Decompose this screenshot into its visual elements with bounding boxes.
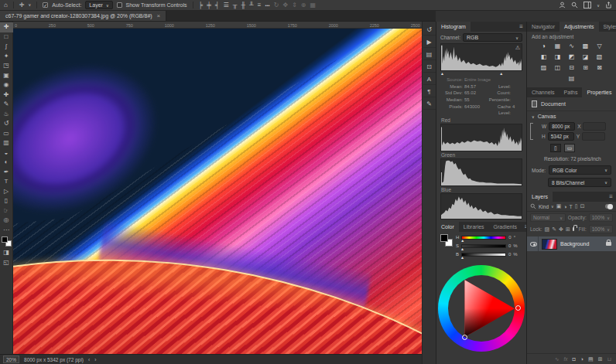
adjustment-brightness-contrast-icon[interactable]: ◑ — [539, 42, 549, 50]
tool-type[interactable]: T — [0, 177, 13, 187]
close-icon[interactable]: × — [157, 12, 161, 19]
delete-layer-icon[interactable]: ⊔ — [607, 356, 611, 362]
tool-object-selection[interactable]: ✦ — [0, 52, 13, 62]
layer-lock-icon[interactable] — [606, 242, 611, 246]
canvas-section-header[interactable]: ∨ Canvas — [527, 111, 616, 121]
tool-history-brush[interactable]: ↺ — [0, 119, 13, 129]
adjustment-selective-color-icon[interactable]: ⊠ — [595, 63, 604, 72]
marker-icon[interactable]: ▲ — [499, 71, 503, 76]
color-swatches[interactable] — [2, 236, 12, 247]
align-left-icon[interactable]: ╞ — [199, 2, 204, 9]
paragraph-panel-icon[interactable]: ¶ — [423, 86, 436, 97]
adjustment-color-balance-icon[interactable]: ◨ — [553, 53, 563, 61]
document-tab[interactable]: c67-79 gamer and creator-1280307384.jpg … — [0, 11, 166, 21]
new-layer-icon[interactable]: ⊞ — [598, 356, 603, 362]
chevron-down-icon[interactable]: ∨ — [29, 3, 32, 7]
search-icon[interactable] — [571, 2, 578, 9]
panel-menu-icon[interactable]: ≡ — [606, 192, 616, 202]
tool-lasso[interactable]: ʃ — [0, 42, 13, 52]
tab-styles[interactable]: Styles — [599, 22, 616, 32]
portrait-orientation-button[interactable]: ▯ — [550, 144, 561, 152]
histogram-markers[interactable]: ▲ ▲ — [440, 71, 522, 76]
clone-source-panel-icon[interactable]: ⊡ — [423, 61, 436, 73]
lock-transparent-icon[interactable]: ▨ — [545, 226, 550, 233]
auto-select-checkbox[interactable]: ✓ — [43, 2, 48, 8]
filter-adjustment-layers-icon[interactable]: ◑ — [563, 204, 566, 209]
adjustment-threshold-icon[interactable]: ⊞ — [581, 63, 590, 72]
tool-crop[interactable]: ◳ — [0, 61, 13, 71]
filter-kind-label[interactable]: Kind — [539, 204, 549, 209]
quick-mask-icon[interactable]: ◨ — [0, 248, 13, 258]
auto-select-dropdown[interactable]: Layer∨ — [85, 1, 112, 9]
panel-menu-icon[interactable]: ≡ — [516, 22, 526, 32]
align-bottom-icon[interactable]: ╨ — [249, 2, 254, 9]
adjustment-exposure-icon[interactable]: ▩ — [581, 42, 590, 50]
move-tool-icon[interactable]: ✛ — [19, 2, 25, 9]
slider-marker-icon[interactable]: ▲ — [460, 255, 464, 260]
align-top-icon[interactable]: ╥ — [233, 2, 238, 9]
add-mask-icon[interactable]: ◘ — [573, 356, 576, 362]
tool-eraser[interactable]: ▭ — [0, 129, 13, 139]
bit-depth-dropdown[interactable]: 8 Bits/Channel∨ — [548, 178, 611, 187]
tool-dodge[interactable]: ◐ — [0, 158, 13, 168]
brightness-slider[interactable]: ▲ — [461, 253, 506, 257]
tab-paths[interactable]: Paths — [560, 87, 583, 97]
lock-artboard-icon[interactable]: ⊞ — [566, 226, 570, 233]
horizontal-ruler[interactable]: 0 250 500 750 1000 1250 1500 1750 2000 2… — [13, 22, 422, 29]
source-value[interactable]: Entire Image — [464, 77, 491, 83]
adjustment-color-lookup-icon[interactable]: ▨ — [539, 63, 549, 72]
adjustment-posterize-icon[interactable]: ⊟ — [567, 63, 577, 72]
tab-channels[interactable]: Channels — [527, 87, 560, 97]
tool-hand[interactable]: ☞ — [0, 206, 13, 216]
share-icon[interactable] — [605, 2, 612, 9]
warning-icon[interactable]: ⚠ — [515, 45, 520, 51]
libraries-panel-icon[interactable]: ▤ — [423, 49, 436, 60]
brightness-value[interactable]: 0 — [508, 252, 511, 257]
status-next-icon[interactable]: › — [94, 357, 96, 362]
tool-blur[interactable]: ◒ — [0, 148, 13, 158]
visibility-toggle[interactable] — [529, 236, 539, 251]
filter-smart-objects-icon[interactable]: ⊡ — [580, 203, 585, 209]
foreground-color-swatch[interactable] — [440, 234, 448, 242]
tab-navigator[interactable]: Navigator — [527, 22, 560, 32]
link-layers-icon[interactable]: ∿ — [555, 356, 560, 362]
mode-dropdown[interactable]: RGB Color∨ — [549, 165, 611, 175]
edit-toolbar-icon[interactable]: ⋯ — [0, 226, 13, 236]
tool-pen[interactable]: ✒ — [0, 168, 13, 178]
filter-type-layers-icon[interactable]: T — [570, 204, 573, 209]
align-center-icon[interactable]: ╪ — [207, 2, 211, 9]
tab-properties[interactable]: Properties — [582, 87, 616, 97]
tab-libraries[interactable]: Libraries — [459, 222, 489, 232]
tab-histogram[interactable]: Histogram — [436, 22, 471, 32]
chevron-down-icon[interactable]: ∨ — [551, 204, 554, 209]
tool-frame[interactable]: ▣ — [0, 71, 13, 81]
adjustment-curves-icon[interactable]: ∿ — [567, 42, 577, 50]
adjustment-vibrance-icon[interactable]: ▽ — [595, 42, 604, 50]
lock-pixels-icon[interactable]: ✎ — [552, 226, 556, 233]
tool-zoom[interactable]: ◎ — [0, 216, 13, 226]
history-panel-icon[interactable]: ↺ — [423, 24, 436, 36]
canvas-image[interactable] — [13, 29, 422, 354]
blend-mode-dropdown[interactable]: Normal∨ — [530, 213, 566, 222]
tool-brush[interactable]: ✎ — [0, 100, 13, 110]
distribute-icon[interactable]: ☰ — [224, 2, 229, 9]
zoom-level-field[interactable]: 20% — [3, 355, 19, 363]
collapse-icon[interactable]: ∨ — [532, 114, 535, 119]
filter-toggle[interactable] — [605, 204, 613, 209]
tool-shape[interactable]: ▯ — [0, 196, 13, 206]
tool-healing-brush[interactable]: ✚ — [0, 90, 13, 100]
adjustment-levels-icon[interactable]: ▦ — [553, 42, 563, 50]
link-dimensions-icon[interactable] — [530, 123, 533, 140]
screen-mode-icon[interactable]: ◱ — [0, 258, 13, 268]
tab-adjustments[interactable]: Adjustments — [560, 22, 599, 32]
layer-row-background[interactable]: Background — [527, 236, 616, 251]
adjustment-invert-icon[interactable]: ◫ — [553, 63, 563, 72]
user-account-icon[interactable] — [559, 2, 566, 9]
show-transform-checkbox[interactable] — [117, 2, 122, 8]
distribute-vertical-icon[interactable]: ≡ — [258, 2, 262, 9]
hue-value[interactable]: 0 — [508, 235, 511, 240]
width-field[interactable]: 8000 px — [549, 122, 575, 131]
landscape-orientation-button[interactable]: ▭ — [564, 144, 575, 152]
align-middle-icon[interactable]: ╫ — [241, 2, 245, 9]
new-group-icon[interactable]: ▤ — [588, 356, 594, 362]
